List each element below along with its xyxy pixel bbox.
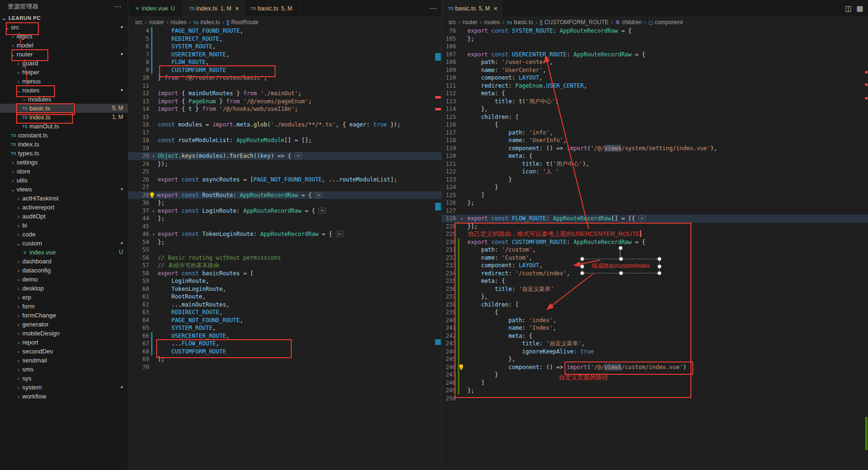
code-line-108[interactable]: 108 path: '/user-center', xyxy=(442,58,868,66)
code-line-67[interactable]: 67 ...FLOW_ROUTE, xyxy=(128,340,441,348)
code-line-239[interactable]: 239 { xyxy=(442,308,868,316)
code-line-64[interactable]: 64 PAGE_NOT_FOUND_ROUTE, xyxy=(128,316,441,325)
tree-folder-desktop[interactable]: ›desktop xyxy=(0,284,128,293)
code-line-8[interactable]: 8 FLOW_ROUTE, xyxy=(128,58,441,66)
tree-folder-dataconfig[interactable]: ›dataconfig xyxy=(0,266,128,275)
code-line-128[interactable]: 128›export const FLOW_ROUTE: AppRouteRec… xyxy=(442,215,868,223)
tree-folder-utils[interactable]: ›utils xyxy=(0,176,128,185)
more-actions-icon[interactable]: ⋯ xyxy=(114,0,121,13)
code-line-15[interactable]: 15 xyxy=(128,113,441,121)
tree-folder-menus[interactable]: ›menus xyxy=(0,77,128,86)
tree-file-types.ts[interactable]: TStypes.ts xyxy=(0,149,128,158)
tree-file-mainOut.ts[interactable]: TSmainOut.ts xyxy=(0,122,128,131)
code-line-9[interactable]: 9 CUSTOMFORM_ROUTE xyxy=(128,66,441,74)
code-line-126[interactable]: 126}; xyxy=(442,199,868,207)
tree-file-index.vue[interactable]: Vindex.vueU xyxy=(0,248,128,257)
code-line-113[interactable]: 113 title: t('用户中心') xyxy=(442,98,868,106)
code-line-238[interactable]: 238 children: [ xyxy=(442,301,868,309)
code-line-109[interactable]: 109 name: 'UserCenter', xyxy=(442,66,868,74)
code-line-54[interactable]: 54}; xyxy=(128,238,441,246)
code-area-1[interactable]: 76export const SYSTEM_ROUTE: AppRouteRec… xyxy=(442,27,868,470)
more-actions-icon[interactable]: ⋯ xyxy=(430,4,437,13)
code-line-4[interactable]: 4 PAGE_NOT_FOUND_ROUTE, xyxy=(128,27,441,35)
code-line-12[interactable]: 12import { mainOutRoutes } from './mainO… xyxy=(128,90,441,98)
breadcrumb-item[interactable]: children xyxy=(622,19,642,26)
code-line-56[interactable]: 56// Basic routing without permissions xyxy=(128,254,441,262)
close-icon[interactable]: × xyxy=(493,5,497,12)
tree-folder-store[interactable]: ›store xyxy=(0,167,128,176)
code-line-117[interactable]: 117 path: 'info', xyxy=(442,129,868,137)
tree-file-index.ts[interactable]: TSindex.ts xyxy=(0,140,128,149)
code-line-36[interactable]: 36}; xyxy=(128,199,441,207)
tab-index.ts[interactable]: TSindex.ts1, M× xyxy=(183,0,244,17)
tree-folder-router[interactable]: ⌄router● xyxy=(0,50,128,59)
code-line-106[interactable]: 106 xyxy=(442,43,868,51)
split-editor-icon[interactable]: ◫ xyxy=(845,4,852,13)
code-line-18[interactable]: 18const routeModuleList: AppRouteModule[… xyxy=(128,136,441,145)
code-line-249[interactable]: 249}; xyxy=(442,387,868,395)
code-line-231[interactable]: 231 path: '/custom', xyxy=(442,246,868,254)
code-line-66[interactable]: 66 USERCENTER_ROUTE, xyxy=(128,332,441,340)
folded-region-pill[interactable]: ⋯ xyxy=(318,208,326,214)
fold-chevron-icon[interactable]: › xyxy=(152,231,155,237)
tree-folder-logics[interactable]: ›logics xyxy=(0,32,128,41)
code-line-46[interactable]: 46›export const TokenLoginRoute: AppRout… xyxy=(128,230,441,238)
code-line-25[interactable]: 25 xyxy=(128,168,441,176)
tab-basic.ts[interactable]: TSbasic.ts5, M xyxy=(244,0,300,17)
breadcrumb-item[interactable]: src xyxy=(448,19,456,26)
code-line-245[interactable]: 245 }, xyxy=(442,355,868,363)
code-line-233[interactable]: 233 component: LAYOUT, xyxy=(442,262,868,270)
code-line-62[interactable]: 62 ...mainOutRoutes, xyxy=(128,301,441,309)
editor-layout-icon[interactable]: ▦ xyxy=(857,4,863,13)
tree-folder-mobileDesign[interactable]: ›mobileDesign xyxy=(0,329,128,338)
tree-folder-workflow[interactable]: ›workflow xyxy=(0,392,128,401)
code-line-230[interactable]: 230export const CUSTOMFORM_ROUTE: AppRou… xyxy=(442,238,868,246)
code-line-17[interactable]: 17 xyxy=(128,129,441,137)
tree-folder-routes[interactable]: ⌄routes● xyxy=(0,86,128,95)
code-line-123[interactable]: 123 } xyxy=(442,176,868,184)
tree-folder-modules[interactable]: ›modules xyxy=(0,95,128,104)
overview-ruler-0[interactable] xyxy=(435,27,441,470)
folded-region-pill[interactable]: ⋯ xyxy=(315,192,322,198)
code-line-45[interactable]: 45 xyxy=(128,223,441,231)
breadcrumb-item[interactable]: router xyxy=(463,19,477,26)
code-line-65[interactable]: 65 SYSTEM_ROUTE, xyxy=(128,324,441,332)
tree-folder-dashboard[interactable]: ›dashboard xyxy=(0,257,128,266)
code-line-59[interactable]: 59 LoginRoute, xyxy=(128,277,441,285)
code-line-58[interactable]: 58export const basicRoutes = [ xyxy=(128,270,441,278)
code-line-235[interactable]: 235 meta: { xyxy=(442,277,868,285)
folded-region-pill[interactable]: ⋯ xyxy=(336,231,343,237)
code-line-60[interactable]: 60 TokenLoginRoute, xyxy=(128,285,441,293)
code-line-119[interactable]: 119 component: () => import('/@/views/sy… xyxy=(442,145,868,153)
code-line-55[interactable]: 55 xyxy=(128,246,441,254)
code-line-242[interactable]: 242 meta: { xyxy=(442,332,868,340)
code-line-243[interactable]: 243 title: '自定义菜单', xyxy=(442,340,868,348)
breadcrumb-item[interactable]: routes xyxy=(484,19,500,26)
breadcrumb-item[interactable]: index.ts xyxy=(200,19,220,26)
code-line-61[interactable]: 61 RootRoute, xyxy=(128,293,441,301)
code-line-237[interactable]: 237 }, xyxy=(442,293,868,301)
code-line-232[interactable]: 232 name: 'Custom', xyxy=(442,254,868,262)
tree-folder-activereport[interactable]: ›activereport xyxy=(0,203,128,212)
tree-folder-system[interactable]: ›system● xyxy=(0,383,128,392)
code-line-57[interactable]: 57// 未经许可的基本路由 xyxy=(128,262,441,270)
tree-folder-formChange[interactable]: ›formChange xyxy=(0,311,128,320)
tree-folder-generator[interactable]: ›generator xyxy=(0,320,128,329)
fold-chevron-icon[interactable]: › xyxy=(460,216,464,222)
breadcrumb-item[interactable]: router xyxy=(149,19,164,26)
breadcrumb-item[interactable]: RootRoute xyxy=(231,19,258,26)
tree-folder-helper[interactable]: ›helper xyxy=(0,68,128,77)
code-line-105[interactable]: 105}; xyxy=(442,35,868,43)
tree-folder-code[interactable]: ›code xyxy=(0,230,128,239)
fold-chevron-icon[interactable]: › xyxy=(152,153,155,159)
tree-file-constant.ts[interactable]: TSconstant.ts xyxy=(0,131,128,140)
code-line-27[interactable]: 27 xyxy=(128,183,441,191)
code-line-110[interactable]: 110 component: LAYOUT, xyxy=(442,74,868,82)
code-line-250[interactable]: 250 xyxy=(442,395,868,403)
code-line-228[interactable]: 228}]; xyxy=(442,223,868,231)
tree-folder-form[interactable]: ›form xyxy=(0,302,128,311)
code-line-20[interactable]: 20›Object.keys(modules).forEach((key) =>… xyxy=(128,152,441,160)
code-line-11[interactable]: 11 xyxy=(128,82,441,90)
breadcrumb-item[interactable]: basic.ts xyxy=(514,19,533,26)
code-line-7[interactable]: 7 USERCENTER_ROUTE, xyxy=(128,51,441,59)
